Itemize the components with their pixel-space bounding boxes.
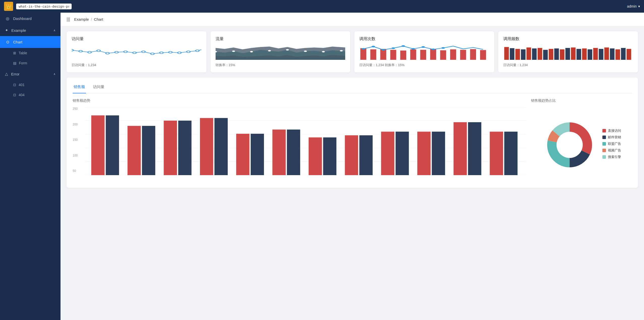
svg-rect-52 [526,47,531,60]
svg-point-11 [169,51,172,53]
401-icon: ⊡ [13,83,16,87]
donut-chart-title: 销售额趋势占比 [531,98,632,103]
sidebar-item-chart[interactable]: ⊙ Chart [0,36,61,48]
admin-label: admin [627,4,637,8]
stat-card-chart [72,45,201,60]
svg-rect-60 [571,47,575,60]
legend-label: 视频广告 [608,148,621,153]
svg-rect-31 [410,49,416,60]
svg-rect-100 [504,132,518,175]
sidebar-item-404[interactable]: ⊡ 404 [0,90,61,100]
svg-rect-96 [432,132,445,175]
sidebar-item-example[interactable]: ✦ Example ∧ [0,24,61,36]
legend-label: 联盟广告 [608,142,621,146]
sidebar: ◎ Dashboard ✦ Example ∧ ⊙ Chart ⊞ Table … [0,13,61,320]
svg-rect-67 [610,48,614,60]
admin-menu[interactable]: admin ▾ [627,4,640,8]
svg-point-39 [362,48,365,50]
chevron-up-icon: ∧ [53,72,55,76]
sidebar-item-dashboard[interactable]: ◎ Dashboard [0,13,61,24]
svg-rect-69 [621,48,625,60]
svg-rect-97 [454,122,467,175]
svg-rect-80 [142,126,155,175]
svg-rect-84 [214,118,228,175]
stat-card-chart [216,45,345,60]
legend-item: 搜索引擎 [602,155,621,159]
sidebar-item-error[interactable]: △ Error ∧ [0,68,61,80]
svg-rect-88 [287,129,300,175]
donut-svg [542,117,597,173]
sidebar-item-label: Example [11,28,26,33]
svg-rect-61 [576,49,581,60]
svg-rect-34 [440,50,446,60]
main-layout: ◎ Dashboard ✦ Example ∧ ⊙ Chart ⊞ Table … [0,13,644,320]
svg-rect-53 [532,48,536,60]
sidebar-item-401[interactable]: ⊡ 401 [0,80,61,90]
svg-rect-62 [582,48,587,60]
top-header: 👑 admin ▾ [0,0,644,13]
chevron-down-icon: ▾ [638,4,640,8]
legend-item: 直接访问 [602,128,621,133]
stat-card-title: 流量 [216,36,345,42]
svg-rect-55 [543,50,548,60]
sidebar-item-table[interactable]: ⊞ Table [0,48,61,58]
logo-icon: 👑 [4,2,13,11]
svg-marker-17 [216,46,345,60]
svg-point-22 [286,49,289,51]
svg-point-13 [187,51,190,53]
stat-card-frequency: 调用频数 [498,31,638,72]
svg-rect-30 [400,50,406,60]
svg-rect-27 [370,49,376,60]
svg-point-3 [97,50,100,52]
bar-chart-section: 销售额趋势 250 200 150 100 50 [73,98,526,183]
svg-point-9 [151,53,154,55]
svg-rect-83 [200,118,213,175]
sidebar-item-label: 404 [19,93,24,97]
sidebar-item-form[interactable]: ▤ Form [0,58,61,68]
dashboard-icon: ◎ [5,16,10,21]
svg-point-4 [106,52,109,54]
svg-rect-87 [272,129,286,175]
svg-point-42 [392,47,395,49]
svg-rect-77 [91,115,105,175]
sidebar-item-label: Chart [13,40,22,44]
app-title-input[interactable] [16,4,72,9]
page-content: 访问量 [61,26,644,320]
bar-chart-svg [85,107,526,175]
legend-label: 搜索引擎 [608,155,621,159]
svg-rect-92 [359,135,373,175]
sidebar-item-label: Dashboard [13,16,32,21]
stat-card-title: 访问量 [72,36,201,42]
svg-point-21 [268,50,271,51]
svg-rect-48 [504,47,509,60]
svg-rect-66 [604,47,609,60]
svg-point-6 [124,51,127,53]
svg-rect-91 [345,135,358,175]
tab-visits[interactable]: 访问量 [92,83,105,93]
form-icon: ▤ [13,61,16,65]
chart-icon: ⊙ [5,40,10,44]
svg-point-25 [340,50,343,51]
svg-rect-26 [360,48,366,60]
stat-card-footer: 日访问量：1,234 转换率：15% [359,63,489,67]
svg-point-41 [382,49,385,51]
header-left: 👑 [4,2,72,11]
svg-point-45 [421,46,425,48]
svg-rect-70 [626,49,631,60]
table-icon: ⊞ [13,51,16,55]
svg-rect-36 [460,50,466,60]
sidebar-item-label: Form [19,61,27,65]
svg-point-46 [431,48,435,50]
tab-sales[interactable]: 销售额 [73,83,86,93]
legend-label: 直接访问 [608,128,621,133]
y-label: 250 [73,107,78,111]
sidebar-item-label: Table [19,51,27,55]
svg-rect-63 [588,49,592,60]
svg-rect-32 [420,50,426,60]
svg-rect-33 [430,49,436,60]
svg-rect-86 [251,134,264,175]
svg-rect-95 [417,132,431,175]
legend-color-video [602,149,606,152]
legend-item: 联盟广告 [602,142,621,146]
breadcrumb-link[interactable]: Example [74,17,89,21]
